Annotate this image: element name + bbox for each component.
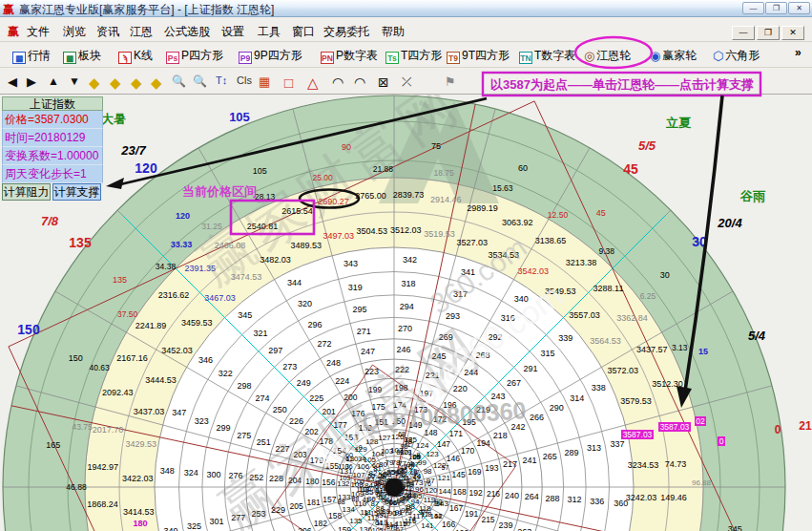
svg-text:当前价格区间: 当前价格区间 xyxy=(182,184,257,199)
